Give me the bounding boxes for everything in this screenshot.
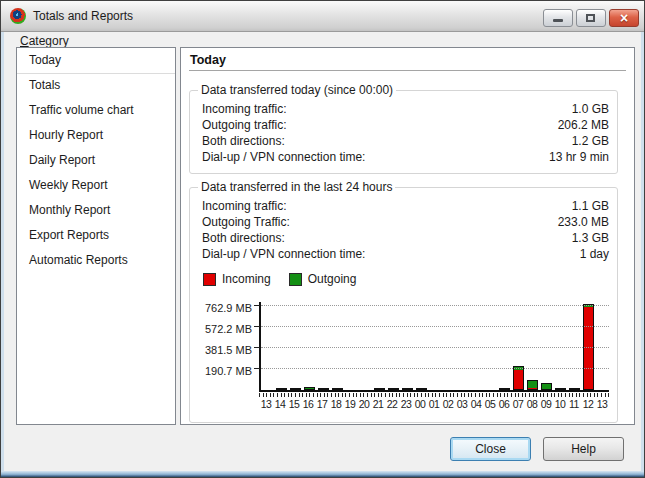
sidebar-item-hourly-report[interactable]: Hourly Report [17, 123, 175, 148]
chart-slot [400, 302, 414, 390]
title-bar[interactable]: Totals and Reports × [1, 1, 644, 32]
chart-slot [358, 302, 372, 390]
bar [541, 383, 552, 390]
bar [388, 388, 399, 390]
stat-label: Outgoing Traffic: [202, 214, 290, 230]
chart-slot [275, 302, 289, 390]
y-axis-tick [254, 347, 260, 348]
x-axis-label: 15 [287, 398, 301, 411]
bar [290, 388, 301, 390]
stat-label: Dial-up / VPN connection time: [202, 149, 365, 165]
bar [318, 388, 329, 390]
bar-incoming-segment [584, 307, 593, 389]
group-data-last-24-hours: Data transferred in the last 24 hours In… [189, 187, 618, 423]
maximize-icon [586, 14, 595, 22]
y-axis-tick [254, 305, 260, 306]
chart-slot [553, 302, 567, 390]
menu-category[interactable]: Category [16, 34, 73, 48]
page-title: Today [190, 53, 226, 67]
minimize-button[interactable] [543, 9, 573, 27]
bar [555, 388, 566, 390]
chart-slot [498, 302, 512, 390]
gridline [261, 347, 609, 348]
stat-value: 206.2 MB [558, 117, 609, 133]
bar-incoming-segment [514, 370, 523, 389]
close-button[interactable]: Close [450, 437, 531, 461]
sidebar-item-automatic-reports[interactable]: Automatic Reports [17, 248, 175, 273]
chart-slot [456, 302, 470, 390]
x-axis-label: 05 [483, 398, 497, 411]
close-window-button[interactable]: × [609, 9, 639, 27]
stat-label: Both directions: [202, 133, 285, 149]
stat-row: Outgoing Traffic:233.0 MB [190, 214, 617, 230]
x-axis-minor-ticks [259, 393, 609, 397]
bar-outgoing-segment [528, 381, 537, 388]
chart-slot [595, 302, 609, 390]
stat-value: 1.0 GB [572, 101, 609, 117]
x-axis-label: 23 [399, 398, 413, 411]
stat-value: 233.0 MB [558, 214, 609, 230]
x-axis-label: 14 [273, 398, 287, 411]
sidebar-item-monthly-report[interactable]: Monthly Report [17, 198, 175, 223]
chart-slot [526, 302, 540, 390]
x-axis-label: 13 [595, 398, 609, 411]
legend-swatch-icon [203, 273, 216, 286]
group-data-today: Data transferred today (since 00:00) Inc… [189, 90, 618, 174]
stat-rows: Incoming traffic:1.1 GBOutgoing Traffic:… [190, 198, 617, 262]
stat-row: Outgoing traffic:206.2 MB [190, 117, 617, 133]
stat-label: Dial-up / VPN connection time: [202, 246, 365, 262]
chart-slot [386, 302, 400, 390]
stat-row: Dial-up / VPN connection time:13 hr 9 mi… [190, 149, 617, 165]
sidebar-item-traffic-volume-chart[interactable]: Traffic volume chart [17, 98, 175, 123]
stat-row: Dial-up / VPN connection time:1 day [190, 246, 617, 262]
chart-slot [317, 302, 331, 390]
bar [276, 388, 287, 390]
chart-slot [414, 302, 428, 390]
x-axis-label: 18 [329, 398, 343, 411]
group-title: Data transferred in the last 24 hours [198, 180, 395, 194]
chart-plot [259, 302, 609, 392]
x-axis-label: 07 [511, 398, 525, 411]
legend-item-incoming: Incoming [203, 272, 271, 286]
chart-legend: IncomingOutgoing [203, 272, 374, 286]
main-panel: Today Data transferred today (since 00:0… [180, 47, 635, 425]
bar [402, 388, 413, 390]
sidebar-item-totals[interactable]: Totals [17, 73, 175, 98]
x-axis-label: 12 [581, 398, 595, 411]
chart-bars [261, 302, 609, 390]
bar [416, 388, 427, 390]
bar [332, 388, 343, 390]
chart-slot [428, 302, 442, 390]
sidebar-item-weekly-report[interactable]: Weekly Report [17, 173, 175, 198]
chart-slot [539, 302, 553, 390]
x-axis-label: 20 [357, 398, 371, 411]
y-axis-label: 762.9 MB [190, 302, 252, 314]
sidebar-item-daily-report[interactable]: Daily Report [17, 148, 175, 173]
sidebar-item-export-reports[interactable]: Export Reports [17, 223, 175, 248]
chart-slot [372, 302, 386, 390]
gridline [261, 326, 609, 327]
x-axis-label: 13 [259, 398, 273, 411]
bar-incoming-segment [528, 388, 537, 389]
chart-slot [331, 302, 345, 390]
window-frame-right [641, 31, 644, 477]
totals-and-reports-window: Totals and Reports × Category TodayTotal… [0, 0, 645, 478]
header-divider [189, 70, 626, 71]
chart-slot [484, 302, 498, 390]
sidebar-item-today[interactable]: Today [17, 48, 175, 73]
maximize-button[interactable] [576, 9, 606, 27]
stat-label: Outgoing traffic: [202, 117, 287, 133]
chart-slot [512, 302, 526, 390]
chart-slot [345, 302, 359, 390]
stat-row: Both directions:1.3 GB [190, 230, 617, 246]
stat-label: Incoming traffic: [202, 198, 286, 214]
x-axis-label: 10 [553, 398, 567, 411]
stat-row: Both directions:1.2 GB [190, 133, 617, 149]
x-axis-label: 08 [525, 398, 539, 411]
bar-outgoing-segment [305, 388, 314, 389]
x-axis-label: 11 [567, 398, 581, 411]
help-button[interactable]: Help [543, 437, 624, 461]
x-axis-label: 21 [371, 398, 385, 411]
legend-label: Incoming [222, 272, 271, 286]
y-axis-tick [254, 368, 260, 369]
